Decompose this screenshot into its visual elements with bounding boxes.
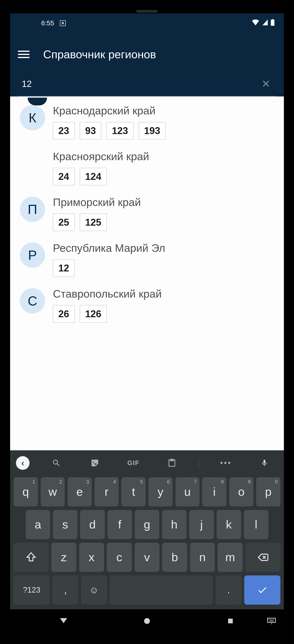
key-k[interactable]: k [217, 510, 241, 539]
svg-rect-2 [268, 618, 275, 622]
region-code: 124 [80, 168, 107, 185]
kbd-more-icon[interactable]: ••• [214, 456, 238, 470]
kbd-search-icon[interactable] [45, 456, 68, 470]
key-s[interactable]: s [53, 510, 77, 539]
speaker-grille [136, 10, 158, 13]
key-v[interactable]: v [135, 543, 160, 572]
region-code: 23 [53, 122, 75, 140]
svg-rect-7 [269, 620, 274, 622]
key-space[interactable] [110, 576, 213, 605]
region-name: Республика Марий Эл [53, 242, 276, 254]
key-b[interactable]: b [162, 543, 187, 572]
region-codes: 24 124 [53, 168, 276, 185]
key-period[interactable]: . [216, 576, 242, 605]
page-title: Справочник регионов [43, 48, 156, 61]
svg-rect-1 [228, 619, 233, 623]
status-bar: 6:55 A [10, 14, 284, 33]
key-c[interactable]: c [107, 543, 132, 572]
key-enter[interactable] [244, 576, 280, 605]
list-item[interactable]: Р Республика Марий Эл 12 [10, 236, 284, 282]
key-l[interactable]: l [244, 510, 268, 539]
key-w[interactable]: w2 [41, 477, 65, 506]
key-q[interactable]: q1 [14, 477, 38, 506]
key-f[interactable]: f [108, 510, 132, 539]
app-bar: Справочник регионов ✕ [10, 33, 284, 96]
region-code: 25 [53, 214, 75, 231]
key-o[interactable]: o9 [229, 477, 254, 506]
kbd-separator [199, 458, 199, 468]
key-r[interactable]: r4 [95, 477, 119, 506]
region-code: 126 [80, 305, 107, 323]
svg-rect-4 [270, 619, 271, 620]
kbd-row-1: q1 w2 e3 r4 t5 y6 u7 i8 o9 p0 [12, 477, 282, 506]
device-frame: 6:55 A Справочник регион [3, 4, 291, 640]
search-input[interactable] [22, 78, 260, 89]
region-name: Ставропольский край [53, 288, 276, 300]
soft-keyboard: ‹ GIF ••• q1 w2 e3 [10, 450, 284, 609]
svg-rect-3 [269, 619, 269, 620]
clear-icon[interactable]: ✕ [260, 78, 272, 90]
key-p[interactable]: p0 [256, 477, 280, 506]
key-symbols[interactable]: ?123 [14, 576, 50, 605]
nav-ime-switch-icon[interactable] [266, 615, 277, 627]
svg-rect-6 [273, 619, 274, 620]
key-h[interactable]: h [162, 510, 186, 539]
kbd-gif-icon[interactable]: GIF [122, 456, 145, 470]
kbd-mic-icon[interactable] [253, 456, 276, 470]
region-codes: 12 [53, 259, 276, 277]
battery-icon [271, 19, 275, 27]
svg-point-0 [144, 618, 150, 624]
region-name: Красноярский край [53, 150, 276, 163]
region-codes: 26 126 [53, 305, 276, 323]
region-codes: 23 93 123 193 [53, 122, 276, 140]
region-code: 123 [106, 122, 133, 140]
region-code: 24 [53, 168, 75, 185]
nav-home-icon[interactable] [141, 615, 153, 627]
key-g[interactable]: g [135, 510, 159, 539]
svg-rect-5 [272, 619, 272, 620]
region-code: 193 [139, 122, 166, 140]
key-m[interactable]: m [218, 543, 243, 572]
nav-back-icon[interactable] [58, 615, 69, 627]
key-t[interactable]: t5 [121, 477, 146, 506]
menu-icon[interactable] [18, 51, 29, 58]
kbd-clipboard-icon[interactable] [160, 456, 183, 470]
key-n[interactable]: n [190, 543, 215, 572]
key-shift[interactable] [14, 543, 49, 572]
key-y[interactable]: y6 [148, 477, 173, 506]
region-code: 26 [53, 305, 75, 323]
kbd-row-2: a s d f g h j k l [12, 510, 282, 539]
region-code: 125 [80, 214, 107, 231]
region-name: Краснодарский край [53, 104, 276, 117]
region-list[interactable]: К Краснодарский край 23 93 123 193 [10, 96, 284, 450]
region-code: 93 [80, 122, 102, 140]
key-x[interactable]: x [79, 543, 104, 572]
kbd-sticker-icon[interactable] [83, 456, 107, 470]
list-item[interactable]: Красноярский край 24 124 [10, 144, 284, 190]
section-letter-r: Р [20, 242, 45, 268]
list-item[interactable]: П Приморский край 25 125 [10, 190, 284, 236]
key-u[interactable]: u7 [175, 477, 200, 506]
section-letter-s: С [20, 288, 45, 314]
list-item[interactable]: С Ставропольский край 26 126 [10, 282, 284, 327]
key-comma[interactable]: , [52, 576, 78, 605]
keyboard-toolbar: ‹ GIF ••• [12, 454, 282, 474]
list-item[interactable]: К Краснодарский край 23 93 123 193 [10, 98, 284, 144]
region-name: Приморский край [53, 196, 276, 208]
key-j[interactable]: j [189, 510, 214, 539]
key-a[interactable]: a [26, 510, 50, 539]
key-backspace[interactable] [245, 543, 280, 572]
key-e[interactable]: e3 [67, 477, 92, 506]
screen: 6:55 A Справочник регион [10, 14, 284, 633]
kbd-back-icon[interactable]: ‹ [16, 456, 29, 470]
key-d[interactable]: d [80, 510, 105, 539]
section-letter-k: К [20, 105, 45, 130]
key-i[interactable]: i8 [202, 477, 227, 506]
nav-recents-icon[interactable] [225, 615, 236, 627]
kbd-row-3: z x c v b n m [12, 543, 282, 572]
key-z[interactable]: z [51, 543, 76, 572]
kbd-row-4: ?123 , ☺ . [12, 576, 282, 605]
key-emoji[interactable]: ☺ [81, 576, 107, 605]
region-codes: 25 125 [53, 214, 276, 231]
clock: 6:55 [41, 19, 54, 27]
